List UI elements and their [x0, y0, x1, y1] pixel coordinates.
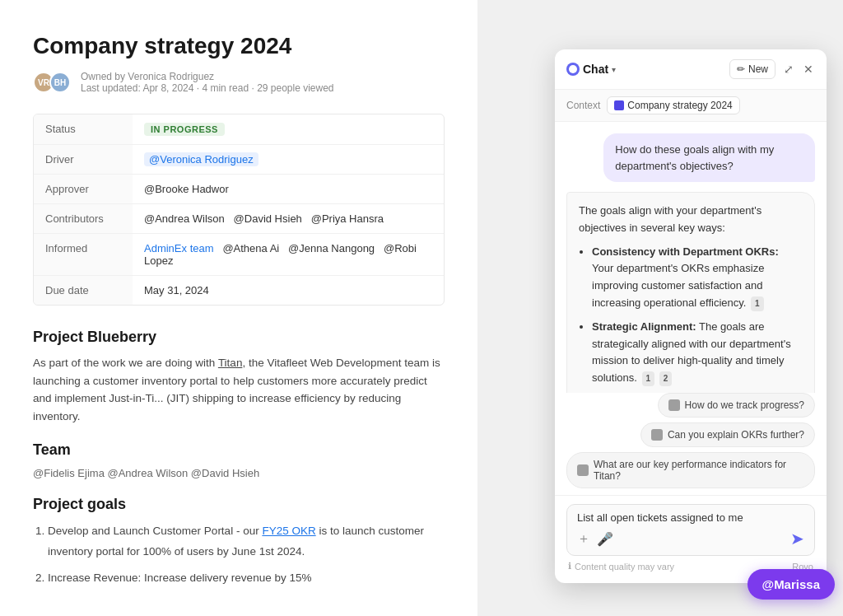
adminex-link[interactable]: AdminEx team: [144, 242, 214, 254]
value-duedate: May 31, 2024: [133, 276, 444, 305]
chip-icon-2: [651, 429, 663, 441]
table-row-driver: Driver @Veronica Rodriguez: [34, 145, 444, 175]
label-status: Status: [34, 114, 133, 144]
value-driver: @Veronica Rodriguez: [133, 145, 444, 174]
suggestion-chip-3[interactable]: What are our key performance indicators …: [566, 452, 815, 488]
new-button[interactable]: ✏ New: [729, 59, 775, 79]
label-approver: Approver: [34, 175, 133, 203]
chip-icon-3: [577, 464, 589, 476]
titan-link[interactable]: Titan: [218, 357, 243, 369]
send-button[interactable]: ➤: [790, 529, 804, 548]
chat-header: Chat ▾ ✏ New ⤢ ✕: [555, 49, 827, 90]
goals-list: Develop and Launch Customer Portal - our…: [33, 521, 445, 588]
value-status: IN PROGRESS: [133, 114, 444, 144]
ai-bullets: Consistency with Department OKRs: Your d…: [579, 244, 803, 387]
chat-title-group: Chat ▾: [566, 63, 723, 76]
ai-message-1: The goals align with your department's o…: [566, 192, 815, 393]
avatar-group: VR BH: [33, 72, 66, 93]
doc-title: Company strategy 2024: [33, 33, 445, 59]
ref-2b: 2: [659, 371, 673, 386]
avatar-2: BH: [49, 72, 71, 93]
chat-input-box[interactable]: List all open tickets assigned to me ＋ 🎤…: [566, 504, 815, 556]
jenna-mention: @Jenna Nangong: [288, 242, 375, 254]
close-button[interactable]: ✕: [802, 61, 815, 77]
context-tag-text: Company strategy 2024: [627, 100, 732, 111]
document-area: Company strategy 2024 VR BH Owned by Ver…: [0, 0, 477, 616]
driver-mention[interactable]: @Veronica Rodriguez: [144, 152, 258, 166]
chip-icon-1: [668, 399, 680, 411]
status-badge: IN PROGRESS: [144, 123, 225, 136]
bullet-1-bold: Consistency with Department OKRs:: [592, 245, 779, 258]
bullet-1: Consistency with Department OKRs: Your d…: [592, 244, 803, 312]
project-body-text: As part of the work we are doing with Ti…: [33, 354, 445, 425]
context-tag[interactable]: Company strategy 2024: [607, 96, 739, 114]
info-icon: ℹ: [568, 561, 571, 572]
svg-point-0: [569, 65, 577, 73]
suggestions-area: How do we track progress? Can you explai…: [555, 393, 827, 495]
chevron-down-icon[interactable]: ▾: [612, 65, 616, 74]
chat-input-actions: ＋ 🎤 ➤: [577, 529, 804, 548]
project-section-title: Project Blueberry: [33, 329, 445, 346]
label-contributors: Contributors: [34, 204, 133, 233]
chat-input-text: List all open tickets assigned to me: [577, 511, 804, 524]
athena-mention: @Athena Ai: [222, 242, 279, 254]
chat-panel: Chat ▾ ✏ New ⤢ ✕ Context Company strateg…: [555, 49, 827, 583]
attach-button[interactable]: ＋: [577, 530, 590, 548]
team-members: @Fidelis Ejima @Andrea Wilson @David Hsi…: [33, 467, 445, 479]
label-duedate: Due date: [34, 276, 133, 305]
table-row-approver: Approver @Brooke Hadwor: [34, 175, 444, 204]
fy25-okr-link[interactable]: FY25 OKR: [262, 525, 315, 537]
chat-messages: How do these goals align with my departm…: [555, 122, 827, 393]
new-label: New: [748, 63, 768, 75]
info-table: Status IN PROGRESS Driver @Veronica Rodr…: [33, 114, 445, 306]
bullet-2: Strategic Alignment: The goals are strat…: [592, 319, 803, 387]
ref-1: 1: [751, 296, 764, 311]
table-row-informed: Informed AdminEx team @Athena Ai @Jenna …: [34, 234, 444, 276]
table-row-contributors: Contributors @Andrea Wilson @David Hsieh…: [34, 204, 444, 234]
ai-intro: The goals align with your department's o…: [579, 203, 803, 237]
suggestion-chip-1[interactable]: How do we track progress?: [658, 393, 815, 418]
mic-button[interactable]: 🎤: [597, 530, 613, 548]
label-informed: Informed: [34, 234, 133, 275]
table-row-duedate: Due date May 31, 2024: [34, 276, 444, 305]
value-informed: AdminEx team @Athena Ai @Jenna Nangong @…: [133, 234, 444, 275]
chat-icon: [566, 63, 580, 76]
marissa-badge[interactable]: @Marissa: [748, 569, 836, 600]
user-message-1: How do these goals align with my departm…: [603, 133, 815, 182]
chat-title: Chat: [583, 63, 608, 76]
goals-section-title: Project goals: [33, 496, 445, 513]
team-section-title: Team: [33, 441, 445, 459]
value-contributors: @Andrea Wilson @David Hsieh @Priya Hansr…: [133, 204, 444, 233]
label-driver: Driver: [34, 145, 133, 174]
suggestion-chip-2[interactable]: Can you explain OKRs further?: [640, 422, 815, 447]
context-label: Context: [566, 100, 600, 111]
chat-icon-svg: [569, 65, 577, 73]
footer-note: ℹ Content quality may vary: [568, 561, 674, 572]
header-actions: ✏ New ⤢ ✕: [729, 59, 815, 79]
context-tag-icon: [614, 100, 624, 110]
expand-button[interactable]: ⤢: [782, 61, 795, 77]
context-bar: Context Company strategy 2024: [555, 90, 827, 122]
edit-icon: ✏: [737, 63, 745, 75]
goal-2: Increase Revenue: Increase delivery reve…: [48, 568, 445, 588]
doc-meta: VR BH Owned by Veronica Rodriguez Last u…: [33, 71, 445, 94]
table-row-status: Status IN PROGRESS: [34, 114, 444, 145]
ref-2a: 1: [642, 371, 655, 386]
doc-meta-text: Owned by Veronica Rodriguez Last updated…: [81, 71, 334, 94]
input-action-btns: ＋ 🎤: [577, 530, 613, 548]
goal-1: Develop and Launch Customer Portal - our…: [48, 521, 445, 562]
value-approver: @Brooke Hadwor: [133, 175, 444, 203]
bullet-2-bold: Strategic Alignment:: [592, 320, 696, 333]
